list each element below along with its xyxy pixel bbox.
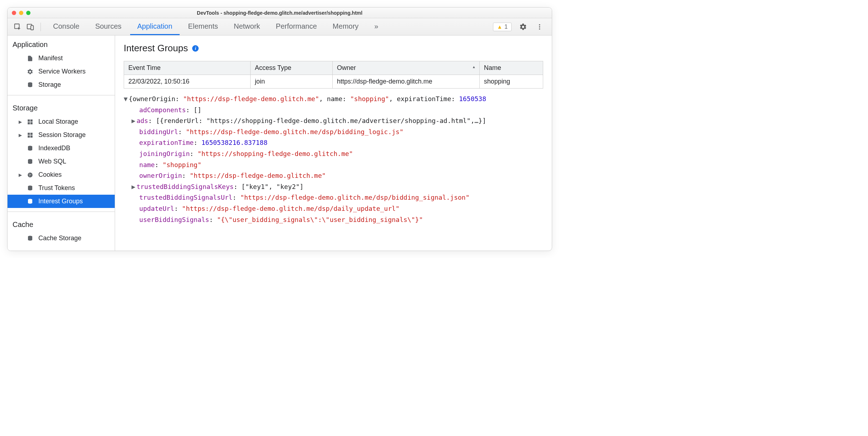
database-icon [27, 185, 34, 191]
sidebar-item-label: Storage [38, 81, 61, 89]
main-split: Application Manifest Service Workers [8, 35, 552, 251]
svg-rect-12 [30, 133, 33, 135]
sidebar-section-storage: Storage [8, 99, 115, 115]
cell-access-type: join [250, 75, 332, 89]
sidebar-item-label: Local Storage [38, 118, 78, 125]
toolbar-right: ▲ 1 [493, 22, 545, 32]
info-icon[interactable]: i [192, 45, 199, 52]
more-options-icon[interactable] [535, 22, 545, 32]
warnings-badge[interactable]: ▲ 1 [493, 23, 512, 31]
sidebar-section-cache: Cache [8, 215, 115, 232]
col-event-time[interactable]: Event Time [124, 61, 251, 75]
sidebar-item-indexeddb[interactable]: IndexedDB [8, 142, 115, 155]
application-sidebar: Application Manifest Service Workers [8, 35, 115, 251]
sidebar-item-label: Interest Groups [38, 198, 83, 205]
document-icon [27, 55, 34, 62]
cell-event-time: 22/03/2022, 10:50:16 [124, 75, 251, 89]
content-heading: Interest Groups i [124, 43, 552, 54]
close-window-button[interactable] [12, 11, 16, 15]
sidebar-item-label: IndexedDB [38, 144, 70, 152]
svg-rect-10 [30, 122, 33, 124]
svg-point-3 [539, 24, 540, 25]
database-icon [27, 145, 34, 152]
toolbar-separator [41, 23, 41, 31]
sidebar-item-label: Manifest [38, 54, 63, 62]
svg-point-19 [30, 174, 31, 175]
sidebar-item-label: Cache Storage [38, 234, 81, 242]
svg-rect-7 [28, 119, 30, 122]
cookie-icon [27, 172, 34, 178]
svg-rect-8 [30, 119, 33, 122]
svg-rect-13 [28, 135, 30, 137]
top-toolbar: Console Sources Application Elements Net… [8, 18, 552, 35]
sidebar-item-session-storage[interactable]: ▶ Session Storage [8, 128, 115, 142]
warning-icon: ▲ [497, 24, 502, 30]
chevron-right-icon[interactable]: ▶ [132, 115, 137, 127]
cell-owner: https://dsp-fledge-demo.glitch.me [332, 75, 479, 89]
col-owner[interactable]: Owner▲ [332, 61, 479, 75]
warnings-count: 1 [504, 24, 508, 30]
database-icon [27, 198, 34, 205]
sidebar-item-label: Web SQL [38, 158, 66, 165]
col-name[interactable]: Name [479, 61, 543, 75]
sidebar-section-application: Application [8, 35, 115, 52]
chevron-down-icon[interactable]: ▼ [124, 94, 129, 105]
chevron-right-icon[interactable]: ▶ [18, 172, 23, 177]
json-details[interactable]: ▼{ownerOrigin: "https://dsp-fledge-demo.… [124, 89, 552, 232]
titlebar: DevTools - shopping-fledge-demo.glitch.m… [8, 8, 552, 18]
sidebar-item-service-workers[interactable]: Service Workers [8, 65, 115, 78]
sidebar-item-label: Trust Tokens [38, 184, 75, 192]
grid-icon [27, 132, 34, 138]
window-title: DevTools - shopping-fledge-demo.glitch.m… [8, 10, 552, 16]
settings-icon[interactable] [518, 22, 528, 32]
svg-point-5 [539, 28, 540, 29]
svg-rect-2 [31, 25, 33, 30]
svg-rect-14 [30, 135, 33, 137]
database-icon [27, 158, 34, 165]
svg-point-20 [29, 175, 30, 176]
sidebar-item-trust-tokens[interactable]: Trust Tokens [8, 181, 115, 195]
database-icon [27, 235, 34, 242]
panel-tabs: Console Sources Application Elements Net… [46, 18, 490, 35]
tab-network[interactable]: Network [227, 18, 267, 35]
traffic-lights [12, 11, 30, 15]
svg-point-4 [539, 26, 540, 27]
tab-sources[interactable]: Sources [88, 18, 128, 35]
chevron-right-icon[interactable]: ▶ [18, 133, 23, 138]
device-toolbar-icon[interactable] [25, 22, 35, 32]
interest-groups-table: Event Time Access Type Owner▲ Name 22/03… [124, 61, 543, 89]
content-pane: Interest Groups i Event Time Access Type… [115, 35, 552, 251]
grid-icon [27, 119, 34, 125]
devtools-window: DevTools - shopping-fledge-demo.glitch.m… [7, 7, 552, 251]
sidebar-item-label: Cookies [38, 171, 62, 179]
chevron-right-icon[interactable]: ▶ [132, 181, 137, 193]
database-icon [27, 82, 34, 88]
table-row[interactable]: 22/03/2022, 10:50:16 join https://dsp-fl… [124, 75, 543, 89]
sidebar-item-cookies[interactable]: ▶ Cookies [8, 168, 115, 181]
minimize-window-button[interactable] [19, 11, 23, 15]
inspect-element-icon[interactable] [13, 22, 23, 32]
sidebar-item-storage-overview[interactable]: Storage [8, 78, 115, 91]
col-access-type[interactable]: Access Type [250, 61, 332, 75]
sort-asc-icon: ▲ [472, 65, 476, 69]
tab-application[interactable]: Application [130, 18, 180, 35]
gear-icon [27, 68, 34, 75]
sidebar-item-manifest[interactable]: Manifest [8, 52, 115, 65]
tab-elements[interactable]: Elements [181, 18, 225, 35]
tabs-overflow-icon[interactable]: » [367, 18, 385, 35]
tab-performance[interactable]: Performance [269, 18, 324, 35]
sidebar-item-web-sql[interactable]: Web SQL [8, 155, 115, 168]
svg-point-17 [28, 172, 33, 177]
svg-rect-11 [28, 133, 30, 135]
tab-console[interactable]: Console [46, 18, 86, 35]
svg-point-18 [29, 174, 30, 174]
sidebar-item-cache-storage[interactable]: Cache Storage [8, 232, 115, 245]
chevron-right-icon[interactable]: ▶ [18, 119, 23, 124]
tab-memory[interactable]: Memory [326, 18, 366, 35]
sidebar-item-local-storage[interactable]: ▶ Local Storage [8, 115, 115, 128]
maximize-window-button[interactable] [26, 11, 30, 15]
sidebar-item-label: Service Workers [38, 68, 86, 75]
svg-rect-9 [28, 122, 30, 124]
sidebar-item-interest-groups[interactable]: Interest Groups [8, 195, 115, 208]
cell-name: shopping [479, 75, 543, 89]
